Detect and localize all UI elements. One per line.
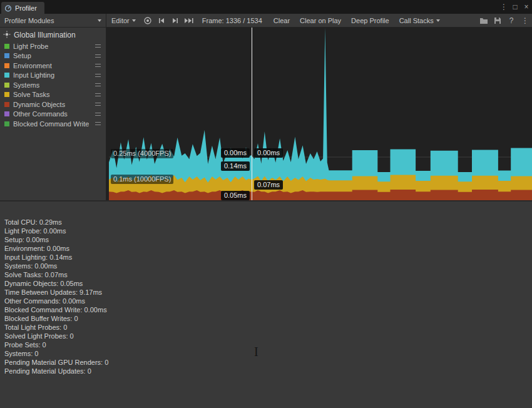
drag-handle-icon[interactable] xyxy=(95,64,101,67)
legend-color-swatch xyxy=(4,92,9,97)
detail-line: Solve Tasks: 0.07ms xyxy=(4,270,532,279)
global-illumination-icon xyxy=(3,31,11,40)
profiler-modules-dropdown[interactable]: Profiler Modules xyxy=(0,14,106,27)
drag-handle-icon[interactable] xyxy=(95,93,101,96)
tab-profiler[interactable]: Profiler xyxy=(1,2,44,14)
legend-label: Input Lighting xyxy=(13,71,54,79)
detail-line: Pending Material GPU Renders: 0 xyxy=(4,358,532,367)
legend-color-swatch xyxy=(4,111,9,116)
legend-list: Light ProbeSetupEnvironmentInput Lightin… xyxy=(0,41,106,129)
record-button[interactable] xyxy=(141,14,155,27)
legend-item-dynamic-objects[interactable]: Dynamic Objects xyxy=(0,99,106,110)
toolbar-menu-button[interactable]: ⋮ xyxy=(518,14,532,27)
save-profile-button[interactable] xyxy=(491,14,504,27)
clear-on-play-toggle[interactable]: Clear on Play xyxy=(295,14,346,27)
frame-value-tooltip: 0.05ms xyxy=(221,191,250,200)
next-frame-icon xyxy=(171,18,179,24)
module-sidebar: Global Illumination Light ProbeSetupEnvi… xyxy=(0,28,106,200)
window-menu-icon[interactable]: ⋮ xyxy=(498,0,509,14)
detail-line: Environment: 0.00ms xyxy=(4,244,532,253)
detail-line: Systems: 0 xyxy=(4,349,532,358)
detail-line: Dynamic Objects: 0.05ms xyxy=(4,279,532,288)
legend-label: Solve Tasks xyxy=(13,91,50,98)
gridline-label: 0.25ms (4000FPS) xyxy=(111,149,173,158)
module-title: Global Illumination xyxy=(14,31,76,39)
close-icon[interactable]: × xyxy=(521,0,532,14)
legend-color-swatch xyxy=(4,44,9,49)
drag-handle-icon[interactable] xyxy=(95,103,101,106)
detail-line: Pending Material Updates: 0 xyxy=(4,367,532,375)
drag-handle-icon[interactable] xyxy=(95,54,101,58)
save-disk-icon xyxy=(494,17,501,24)
module-header: Global Illumination xyxy=(0,28,106,41)
legend-label: Systems xyxy=(13,81,39,89)
details-panel: Total CPU: 0.29msLight Probe: 0.00msSetu… xyxy=(0,200,532,408)
detail-line: Blocked Command Write: 0.00ms xyxy=(4,305,532,314)
chevron-down-icon xyxy=(436,19,440,22)
detail-line: Other Commands: 0.00ms xyxy=(4,297,532,305)
frame-value-tooltip: 0.07ms xyxy=(254,180,283,190)
current-frame-button[interactable] xyxy=(182,14,196,27)
drag-handle-icon[interactable] xyxy=(95,74,101,77)
drag-handle-icon[interactable] xyxy=(95,113,101,116)
current-frame-icon xyxy=(184,18,194,24)
detail-line: Solved Light Probes: 0 xyxy=(4,332,532,340)
previous-frame-button[interactable] xyxy=(155,14,168,27)
detail-line: Systems: 0.00ms xyxy=(4,262,532,270)
deep-profile-toggle[interactable]: Deep Profile xyxy=(346,14,394,27)
detail-line: Time Between Updates: 9.17ms xyxy=(4,288,532,297)
deep-profile-label: Deep Profile xyxy=(351,17,389,24)
call-stacks-label: Call Stacks xyxy=(399,17,434,24)
drag-handle-icon[interactable] xyxy=(95,122,101,125)
legend-color-swatch xyxy=(4,73,9,78)
detail-line: Setup: 0.00ms xyxy=(4,235,532,244)
detail-line: Total CPU: 0.29ms xyxy=(4,218,532,227)
help-button[interactable]: ? xyxy=(504,14,518,27)
drag-handle-icon[interactable] xyxy=(95,83,101,86)
drag-handle-icon[interactable] xyxy=(95,44,101,48)
gridline-label: 0.1ms (10000FPS) xyxy=(111,175,173,184)
frame-value-tooltip: 0.14ms xyxy=(221,161,250,171)
load-profile-button[interactable] xyxy=(477,14,491,27)
clear-on-play-label: Clear on Play xyxy=(300,17,341,24)
folder-open-icon xyxy=(479,17,488,24)
window-controls: ⋮ □ × xyxy=(498,0,532,14)
titlebar: Profiler ⋮ □ × xyxy=(0,0,532,14)
clear-button[interactable]: Clear xyxy=(269,14,295,27)
legend-item-environment[interactable]: Environment xyxy=(0,61,106,71)
chevron-down-icon xyxy=(132,19,136,22)
legend-color-swatch xyxy=(4,121,9,126)
tab-label: Profiler xyxy=(15,4,37,12)
call-stacks-dropdown[interactable]: Call Stacks xyxy=(394,14,445,27)
frame-counter: Frame: 1336 / 1534 xyxy=(196,14,269,27)
next-frame-button[interactable] xyxy=(168,14,182,27)
legend-label: Light Probe xyxy=(13,43,48,50)
frame-value-tooltip: 0.00ms xyxy=(221,148,250,158)
toolbar-spacer xyxy=(445,14,477,27)
legend-color-swatch xyxy=(4,63,9,68)
legend-color-swatch xyxy=(4,83,9,88)
legend-item-input-lighting[interactable]: Input Lighting xyxy=(0,71,106,81)
legend-label: Dynamic Objects xyxy=(13,101,65,108)
legend-item-setup[interactable]: Setup xyxy=(0,51,106,61)
legend-label: Other Commands xyxy=(13,110,68,118)
frame-value-tooltip: 0.00ms xyxy=(254,148,283,158)
maximize-icon[interactable]: □ xyxy=(509,0,521,14)
detail-line: Blocked Buffer Writes: 0 xyxy=(4,314,532,323)
legend-item-systems[interactable]: Systems xyxy=(0,80,106,90)
gi-chart[interactable]: 0.25ms (4000FPS)0.1ms (10000FPS)0.00ms0.… xyxy=(106,28,532,200)
profiler-modules-label: Profiler Modules xyxy=(4,17,54,24)
previous-frame-icon xyxy=(158,18,165,24)
legend-item-solve-tasks[interactable]: Solve Tasks xyxy=(0,90,106,100)
profiler-gauge-icon xyxy=(4,4,12,12)
legend-color-swatch xyxy=(4,102,9,107)
detail-line: Total Light Probes: 0 xyxy=(4,323,532,332)
selected-frame-line[interactable] xyxy=(252,28,252,200)
editor-target-dropdown[interactable]: Editor xyxy=(106,14,141,27)
legend-item-other-commands[interactable]: Other Commands xyxy=(0,110,106,120)
legend-label: Setup xyxy=(13,52,31,59)
legend-item-light-probe[interactable]: Light Probe xyxy=(0,41,106,51)
legend-item-blocked-command-write[interactable]: Blocked Command Write xyxy=(0,119,106,129)
legend-color-swatch xyxy=(4,53,9,58)
profiler-window: Profiler ⋮ □ × Profiler Modules Editor xyxy=(0,0,532,408)
